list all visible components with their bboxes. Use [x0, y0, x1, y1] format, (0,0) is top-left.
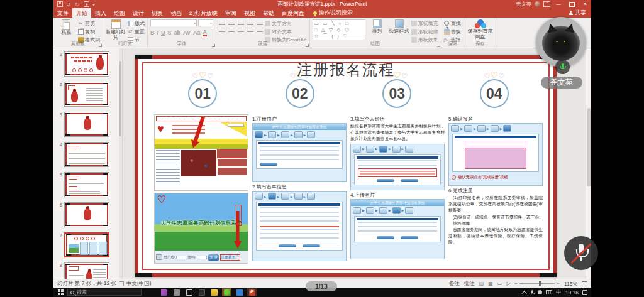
normal-view-icon[interactable]: ▤ [479, 281, 484, 286]
layout-button[interactable]: 版式 [128, 20, 145, 27]
slide-title[interactable]: 注册报名流程 [135, 60, 557, 80]
tab-insert[interactable]: 插入 [91, 8, 110, 18]
font-color-icon[interactable]: A [203, 29, 207, 36]
caption-upload-photo[interactable]: 4.上传照片 [350, 192, 445, 198]
task-view-icon[interactable] [184, 288, 194, 296]
zoom-in-icon[interactable]: + [557, 281, 560, 286]
line-spacing-icon[interactable] [257, 21, 263, 26]
upload-photo-screenshot[interactable]: 大学生志愿服务西部计划报名系统 ▶▶▶▶ [350, 199, 445, 259]
step-number-circle[interactable]: 02 [286, 79, 314, 108]
tab-home[interactable]: 开始 [72, 8, 91, 18]
dialog-launcher-icon[interactable] [306, 44, 309, 47]
thumbnail-preview[interactable] [64, 262, 109, 279]
strikethrough-icon[interactable]: S [168, 30, 172, 36]
touch-keyboard-icon[interactable] [546, 290, 552, 294]
confirm-signup-screenshot[interactable]: ▶▶▶▶ 确认无误点击“完成注册”按钮 [448, 123, 543, 186]
taskbar-app-highlighted[interactable] [222, 288, 231, 296]
caption-personal-history[interactable]: 3.填写个人经历 [350, 116, 445, 122]
caption-confirm-signup[interactable]: 5.确认报名 [448, 116, 543, 122]
thumbnail-slide-3[interactable]: 3 [57, 112, 122, 137]
font-name-combobox[interactable] [150, 19, 197, 26]
quick-styles-button[interactable]: 快速样式 [389, 19, 409, 41]
thumbnail-slide-8[interactable]: 8 [57, 262, 122, 279]
login-page-screenshot[interactable]: 大学生志愿服务西部计划信息系统 用户名: 密码: 登 录 [154, 193, 248, 264]
taskbar-app-icon[interactable] [197, 288, 206, 296]
indent-increase-icon[interactable] [247, 21, 253, 26]
tray-microphone-icon[interactable] [531, 290, 534, 295]
shape-fill-button[interactable]: 形状填充 [411, 20, 438, 27]
zoom-slider[interactable] [519, 283, 555, 284]
bullets-icon[interactable] [219, 21, 225, 26]
underline-icon[interactable]: U [161, 30, 165, 36]
bold-icon[interactable]: B [150, 30, 155, 36]
thumbnail-preview[interactable] [64, 232, 109, 257]
paste-button[interactable]: 粘贴 [56, 19, 76, 41]
numbering-icon[interactable] [228, 21, 235, 26]
reset-button[interactable]: 重置 [128, 28, 145, 35]
tab-draw[interactable]: 绘图 [110, 8, 129, 18]
slide-sorter-icon[interactable]: ▦ [488, 281, 493, 286]
ribbon-display-options-icon[interactable] [543, 1, 550, 7]
text-shadow-icon[interactable]: ab [174, 30, 181, 36]
thumbnail-slide-7-selected[interactable]: 7 [57, 232, 122, 257]
thumbnail-preview[interactable] [64, 82, 109, 107]
replace-button[interactable]: 替换 [444, 28, 461, 35]
ime-indicator[interactable]: 中 [556, 289, 562, 296]
panel-scrollbar[interactable] [119, 48, 122, 279]
taskbar-app-powerpoint-active[interactable] [247, 288, 257, 296]
tab-file[interactable]: 文件 [53, 8, 72, 18]
maximize-button[interactable] [567, 0, 577, 8]
mute-microphone-button[interactable] [564, 236, 598, 270]
save-to-baidu-pan-button[interactable]: 保存到百度网盘 [467, 19, 494, 41]
caption-register-user[interactable]: 1.注册用户 [252, 116, 347, 122]
justify-icon[interactable] [247, 28, 253, 33]
thumbnail-slide-2[interactable]: 2 [57, 82, 122, 107]
align-center-icon[interactable] [228, 28, 235, 33]
indent-decrease-icon[interactable] [238, 21, 244, 26]
save-icon[interactable] [57, 1, 63, 7]
tab-help[interactable]: 帮助 [259, 8, 278, 18]
file-explorer-icon[interactable] [209, 288, 219, 296]
align-text-button[interactable]: 对齐文本 [265, 28, 307, 35]
character-spacing-icon[interactable]: AV [183, 30, 191, 36]
step-number-circle[interactable]: 01 [188, 79, 217, 108]
tab-review[interactable]: 审阅 [221, 8, 240, 18]
thumbnail-preview[interactable] [64, 202, 109, 227]
basic-info-screenshot[interactable]: ▶▶▶▶ [252, 191, 347, 261]
zoom-out-icon[interactable]: − [515, 281, 518, 286]
personal-history-screenshot[interactable]: ▶▶▶▶ [350, 144, 445, 190]
dialog-launcher-icon[interactable] [212, 44, 215, 47]
taskbar-app-meeting[interactable] [235, 288, 244, 296]
italic-icon[interactable]: I [157, 30, 159, 36]
tab-design[interactable]: 设计 [129, 8, 148, 18]
close-button[interactable] [580, 0, 590, 8]
undo-icon[interactable] [66, 1, 72, 7]
account-avatar[interactable] [535, 1, 540, 7]
dialog-launcher-icon[interactable] [99, 44, 102, 47]
comments-toggle[interactable]: 批注 [464, 280, 475, 288]
taskbar-search-box[interactable]: 搜索 [67, 289, 142, 296]
tray-app-icon[interactable] [538, 290, 542, 294]
taskbar-app-icon[interactable] [172, 288, 181, 296]
tab-animations[interactable]: 动画 [167, 8, 186, 18]
cut-button[interactable]: 剪切 [78, 20, 100, 27]
thumbnail-slide-5[interactable]: 5 [57, 172, 122, 197]
fit-to-window-icon[interactable] [582, 281, 587, 286]
thumbnail-preview[interactable] [64, 172, 109, 197]
notes-toggle[interactable]: 备注 [449, 280, 460, 288]
align-right-icon[interactable] [238, 28, 244, 33]
website-home-screenshot[interactable] [154, 114, 248, 191]
register-user-screenshot[interactable]: 大学生志愿服务西部计划报名系统 ▶▶▶▶ [252, 123, 347, 182]
tray-expand-icon[interactable] [522, 291, 527, 296]
start-button[interactable] [53, 289, 67, 295]
slideshow-view-icon[interactable]: ▷ [506, 281, 510, 286]
customize-toolbar-icon[interactable] [92, 1, 98, 7]
step3-paragraph[interactable]: 如报名参加河南省大学生志愿服务乡村振兴计划，在其他需说明事项填写：参与大学生志愿… [350, 123, 445, 143]
align-left-icon[interactable] [219, 28, 225, 33]
step-number-circle[interactable]: 04 [480, 79, 509, 108]
tell-me-search[interactable]: 操作说明搜索 [313, 8, 353, 18]
presenter-mic-indicator[interactable] [555, 60, 570, 74]
thumbnail-preview[interactable] [64, 112, 109, 137]
taskbar-app-photos[interactable] [159, 288, 169, 296]
thumbnail-slide-6[interactable]: 6 [57, 202, 122, 227]
